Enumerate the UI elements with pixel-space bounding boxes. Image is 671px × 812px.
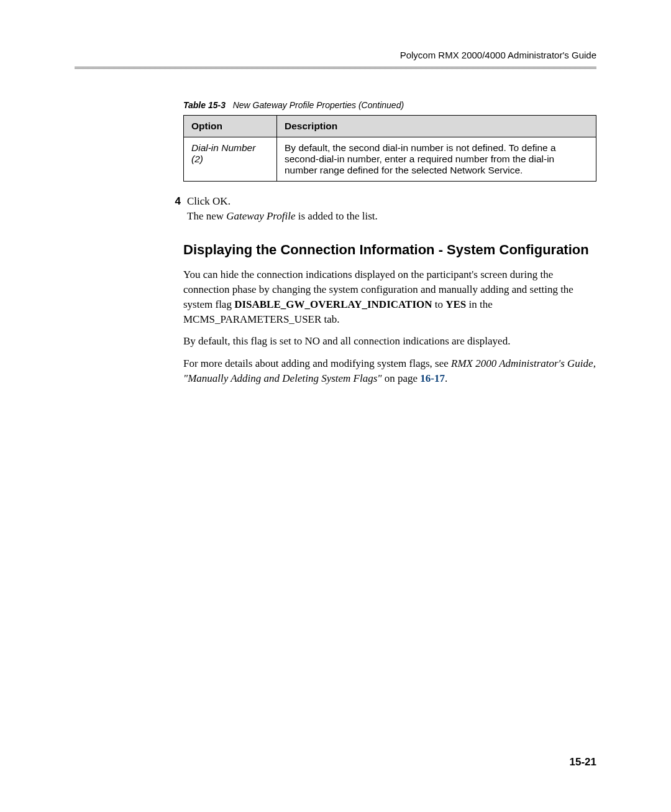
table-caption-label: Table 15-3 [183, 100, 226, 110]
table-caption-body: New Gateway Profile Properties (Continue… [233, 100, 404, 110]
page-number: 15-21 [570, 756, 596, 768]
para1-bold-flag: DISABLE_GW_OVERLAY_INDICATION [234, 298, 432, 310]
step-text: Click OK. [187, 195, 231, 207]
content-area: Table 15-3 New Gateway Profile Propertie… [183, 100, 596, 386]
section-para-1: You can hide the connection indications … [183, 267, 596, 326]
para3-prefix: For more details about adding and modify… [183, 358, 451, 369]
header-guide-title: Polycom RMX 2000/4000 Administrator's Gu… [75, 50, 596, 60]
step-followup-suffix: is added to the list. [296, 210, 378, 222]
step-followup-italic: Gateway Profile [226, 210, 295, 222]
page-container: Polycom RMX 2000/4000 Administrator's Gu… [0, 0, 671, 812]
para1-bold-yes: YES [445, 298, 466, 310]
step-row: 4 Click OK. The new Gateway Profile is a… [183, 194, 596, 224]
step-body: Click OK. The new Gateway Profile is add… [187, 194, 596, 224]
section-heading: Displaying the Connection Information - … [183, 241, 596, 259]
header-rule [75, 67, 596, 69]
properties-table: Option Description Dial-in Number (2) By… [183, 115, 596, 182]
para3-period: . [445, 372, 447, 384]
step-followup-prefix: The new [187, 210, 226, 222]
step-block: 4 Click OK. The new Gateway Profile is a… [183, 194, 596, 224]
table-header-description: Description [277, 116, 596, 137]
table-caption: Table 15-3 New Gateway Profile Propertie… [183, 100, 596, 110]
step-followup: The new Gateway Profile is added to the … [187, 209, 596, 224]
step-number: 4 [165, 194, 181, 224]
table-cell-description: By default, the second dial-in number is… [277, 137, 596, 182]
page-reference-link[interactable]: 16-17 [420, 372, 445, 384]
para3-suffix: on page [381, 372, 420, 384]
table-header-option: Option [184, 116, 277, 137]
table-cell-option: Dial-in Number (2) [184, 137, 277, 182]
section-para-2: By default, this flag is set to NO and a… [183, 334, 596, 349]
table-row: Dial-in Number (2) By default, the secon… [184, 137, 596, 182]
para1-mid1: to [432, 298, 446, 310]
table-caption-text [228, 100, 233, 110]
table-header-row: Option Description [184, 116, 596, 137]
section-para-3: For more details about adding and modify… [183, 356, 596, 386]
